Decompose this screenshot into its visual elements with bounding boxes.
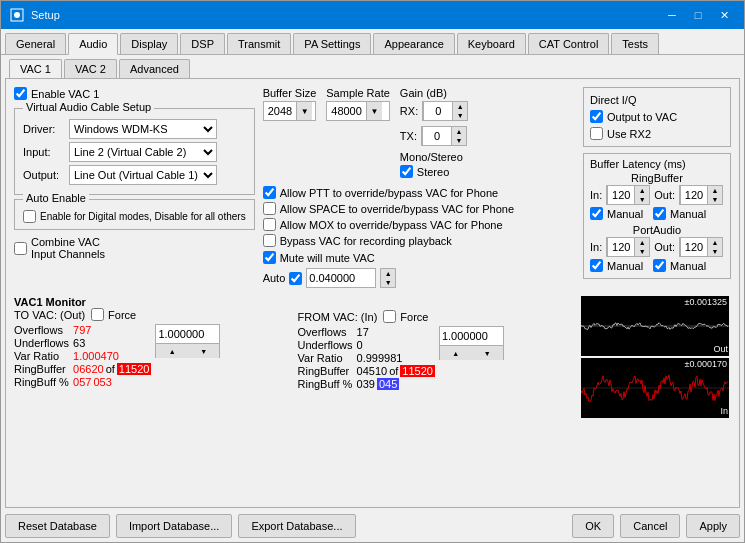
buffer-size-arrow[interactable]: ▼ — [296, 102, 312, 120]
port-out-up[interactable]: ▲ — [708, 238, 722, 247]
tx-up-btn[interactable]: ▲ — [452, 127, 466, 136]
from-underflows-val: 0 — [357, 339, 435, 351]
port-manual-out-checkbox[interactable] — [653, 259, 666, 272]
to-ratio-up[interactable]: ▲ — [156, 344, 188, 358]
output-label: Output: — [23, 169, 65, 181]
bypass-recording-checkbox[interactable] — [263, 234, 276, 247]
tab-cat-control[interactable]: CAT Control — [528, 33, 610, 54]
sub-tab-vac1[interactable]: VAC 1 — [9, 59, 62, 79]
rx-up-btn[interactable]: ▲ — [453, 102, 467, 111]
auto-up-btn[interactable]: ▲ — [381, 269, 395, 278]
tab-tests[interactable]: Tests — [611, 33, 659, 54]
sub-tab-advanced[interactable]: Advanced — [119, 59, 190, 78]
port-out-input[interactable] — [680, 237, 708, 257]
close-button[interactable]: ✕ — [712, 6, 736, 24]
reset-database-button[interactable]: Reset Database — [5, 514, 110, 538]
tab-display[interactable]: Display — [120, 33, 178, 54]
to-ratio-input[interactable] — [155, 324, 220, 344]
rx-input[interactable] — [423, 101, 453, 121]
cancel-button[interactable]: Cancel — [620, 514, 680, 538]
to-ratio-down[interactable]: ▼ — [188, 344, 220, 358]
stereo-row: Stereo — [400, 165, 468, 178]
from-ratio-input[interactable] — [439, 326, 504, 346]
from-force-checkbox[interactable] — [383, 310, 396, 323]
to-force-row: Force — [91, 308, 136, 321]
buffer-size-section: Buffer Size 2048 ▼ — [263, 87, 317, 121]
export-database-button[interactable]: Export Database... — [238, 514, 355, 538]
buffer-size-select[interactable]: 2048 ▼ — [263, 101, 317, 121]
use-rx2-checkbox[interactable] — [590, 127, 603, 140]
allow-ptt-checkbox[interactable] — [263, 186, 276, 199]
direct-iq-title: Direct I/Q — [590, 94, 724, 106]
output-to-vac-checkbox[interactable] — [590, 110, 603, 123]
manual-out-row: Manual — [653, 207, 706, 220]
to-ratio-btns: ▲ ▼ — [155, 344, 220, 358]
enable-vac1-checkbox[interactable] — [14, 87, 27, 100]
buf-out-down[interactable]: ▼ — [708, 195, 722, 204]
tx-down-btn[interactable]: ▼ — [452, 136, 466, 145]
to-ringbuff1: 057 — [73, 376, 91, 388]
buf-in-input[interactable] — [607, 185, 635, 205]
allow-mox-checkbox[interactable] — [263, 218, 276, 231]
from-ratio-down[interactable]: ▼ — [471, 346, 503, 360]
tab-general[interactable]: General — [5, 33, 66, 54]
from-ringbuffpct-row: 039 045 — [357, 378, 435, 390]
use-rx2-label: Use RX2 — [607, 128, 651, 140]
to-force-checkbox[interactable] — [91, 308, 104, 321]
sample-rate-label: Sample Rate — [326, 87, 390, 99]
port-out-down[interactable]: ▼ — [708, 247, 722, 256]
port-manual-in-checkbox[interactable] — [590, 259, 603, 272]
ok-button[interactable]: OK — [572, 514, 614, 538]
tab-dsp[interactable]: DSP — [180, 33, 225, 54]
svg-point-1 — [14, 12, 20, 18]
sample-rate-select[interactable]: 48000 ▼ — [326, 101, 390, 121]
combine-vac-checkbox[interactable] — [14, 242, 27, 255]
auto-enable-title: Auto Enable — [23, 192, 89, 204]
rx-down-btn[interactable]: ▼ — [453, 111, 467, 120]
manual-out-checkbox[interactable] — [653, 207, 666, 220]
auto-input[interactable] — [306, 268, 376, 288]
maximize-button[interactable]: □ — [686, 6, 710, 24]
tab-appearance[interactable]: Appearance — [373, 33, 454, 54]
auto-row: Auto ▲ ▼ — [263, 268, 575, 288]
port-in-input[interactable] — [607, 237, 635, 257]
minimize-button[interactable]: ─ — [660, 6, 684, 24]
gain-section: Gain (dB) RX: ▲ ▼ — [400, 87, 468, 178]
buffer-latency-title: Buffer Latency (ms) — [590, 158, 724, 170]
buf-out-up[interactable]: ▲ — [708, 186, 722, 195]
tab-keyboard[interactable]: Keyboard — [457, 33, 526, 54]
from-ratio-up[interactable]: ▲ — [440, 346, 472, 360]
rx-row: RX: ▲ ▼ — [400, 101, 468, 121]
tx-input[interactable] — [422, 126, 452, 146]
tab-pa-settings[interactable]: PA Settings — [293, 33, 371, 54]
apply-button[interactable]: Apply — [686, 514, 740, 538]
allow-space-checkbox[interactable] — [263, 202, 276, 215]
auto-enable-checkbox[interactable] — [23, 210, 36, 223]
to-vac-label: TO VAC: (Out) — [14, 309, 85, 321]
auto-down-btn[interactable]: ▼ — [381, 278, 395, 287]
driver-select[interactable]: Windows WDM-KS — [69, 119, 217, 139]
buf-in-btns: ▲ ▼ — [635, 186, 649, 204]
to-ringbuffer-label: RingBuffer — [14, 363, 69, 375]
manual-in-checkbox[interactable] — [590, 207, 603, 220]
title-bar-controls: ─ □ ✕ — [660, 6, 736, 24]
mute-vac-checkbox[interactable] — [263, 251, 276, 264]
port-out-btns: ▲ ▼ — [708, 238, 722, 256]
sub-tab-vac2[interactable]: VAC 2 — [64, 59, 117, 78]
output-select[interactable]: Line Out (Virtual Cable 1) — [69, 165, 217, 185]
buf-out-input[interactable] — [680, 185, 708, 205]
input-select[interactable]: Line 2 (Virtual Cable 2) — [69, 142, 217, 162]
tab-audio[interactable]: Audio — [68, 33, 118, 55]
buf-out-label: Out: — [654, 189, 675, 201]
port-in-up[interactable]: ▲ — [635, 238, 649, 247]
from-ringbuffer-val: 04510 — [357, 365, 388, 377]
buf-in-up[interactable]: ▲ — [635, 186, 649, 195]
port-in-down[interactable]: ▼ — [635, 247, 649, 256]
tab-transmit[interactable]: Transmit — [227, 33, 291, 54]
auto-checkbox[interactable] — [289, 272, 302, 285]
stereo-checkbox[interactable] — [400, 165, 413, 178]
buf-in-down[interactable]: ▼ — [635, 195, 649, 204]
rx-spinner: ▲ ▼ — [422, 101, 468, 121]
sample-rate-arrow[interactable]: ▼ — [366, 102, 382, 120]
import-database-button[interactable]: Import Database... — [116, 514, 233, 538]
